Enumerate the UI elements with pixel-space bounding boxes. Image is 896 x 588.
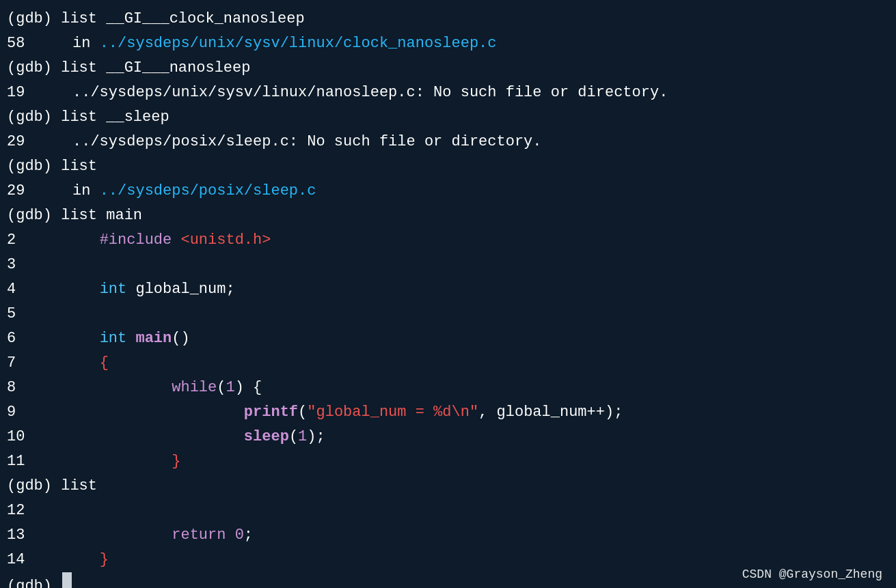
line-text — [27, 277, 100, 302]
terminal-cursor — [62, 572, 72, 588]
line-number: 13 — [7, 523, 27, 548]
number: 1 — [226, 376, 234, 400]
terminal-line-6: 29 ../sysdeps/posix/sleep.c: No such fil… — [0, 130, 896, 154]
line-number: 58 — [7, 31, 27, 56]
include-file: <unistd.h> — [180, 228, 271, 253]
watermark: CSDN @Grayson_Zheng — [742, 568, 882, 581]
line-text: global_num; — [126, 277, 234, 302]
line-text: , global_num++); — [478, 400, 623, 425]
brace-close: } — [172, 449, 180, 474]
line-text: () — [172, 326, 189, 351]
file-link: ../sysdeps/posix/sleep.c — [100, 179, 316, 204]
line-number: 3 — [7, 253, 27, 277]
string-literal: "global_num = %d\n" — [307, 400, 478, 425]
line-text — [226, 523, 234, 548]
line-text: ); — [307, 425, 325, 449]
terminal-line-9: (gdb) list main — [0, 204, 896, 228]
terminal-line-12: 4 int global_num; — [0, 277, 896, 302]
line-number: 11 — [7, 449, 27, 474]
gdb-prompt: (gdb) list — [7, 154, 97, 179]
terminal-line-5: (gdb) list __sleep — [0, 105, 896, 130]
line-number: 2 — [7, 228, 27, 253]
terminal-line-1: (gdb) list __GI___clock_nanosleep — [0, 7, 896, 31]
line-text — [27, 400, 244, 425]
line-text: ; — [244, 523, 253, 548]
line-text — [27, 351, 100, 376]
terminal-line-20: (gdb) list — [0, 474, 896, 499]
line-text: in — [27, 179, 100, 204]
terminal-line-2: 58 in ../sysdeps/unix/sysv/linux/clock_n… — [0, 31, 896, 56]
line-number: 12 — [7, 499, 27, 523]
line-text — [126, 326, 135, 351]
line-number: 9 — [7, 400, 27, 425]
line-text — [172, 228, 180, 253]
gdb-prompt: (gdb) list __GI___nanosleep — [7, 56, 250, 81]
terminal-window: (gdb) list __GI___clock_nanosleep 58 in … — [0, 0, 896, 588]
line-number: 7 — [7, 351, 27, 376]
keyword-int: int — [100, 326, 127, 351]
terminal-line-10: 2 #include <unistd.h> — [0, 228, 896, 253]
terminal-line-13: 5 — [0, 302, 896, 326]
line-number: 14 — [7, 548, 27, 572]
gdb-prompt: (gdb) — [7, 574, 61, 588]
line-number: 10 — [7, 425, 27, 449]
line-text — [27, 376, 172, 400]
line-text: ../sysdeps/unix/sysv/linux/nanosleep.c: … — [27, 81, 668, 105]
line-number: 29 — [7, 130, 27, 154]
keyword: #include — [100, 228, 172, 253]
line-text — [27, 548, 100, 572]
line-text — [27, 326, 100, 351]
function-sleep: sleep — [244, 425, 289, 449]
number: 0 — [235, 523, 244, 548]
gdb-prompt: (gdb) list __sleep — [7, 105, 169, 130]
number: 1 — [298, 425, 307, 449]
line-number: 5 — [7, 302, 27, 326]
line-text — [27, 228, 100, 253]
line-text: ) { — [235, 376, 262, 400]
keyword-while: while — [172, 376, 217, 400]
terminal-line-15: 7 { — [0, 351, 896, 376]
line-number: 29 — [7, 179, 27, 204]
line-text: in — [27, 31, 100, 56]
terminal-line-22: 13 return 0 ; — [0, 523, 896, 548]
terminal-line-17: 9 printf ( "global_num = %d\n" , global_… — [0, 400, 896, 425]
terminal-line-19: 11 } — [0, 449, 896, 474]
terminal-line-8: 29 in ../sysdeps/posix/sleep.c — [0, 179, 896, 204]
gdb-prompt: (gdb) list __GI___clock_nanosleep — [7, 7, 305, 31]
keyword-return: return — [172, 523, 226, 548]
gdb-prompt: (gdb) list — [7, 474, 97, 499]
line-number: 19 — [7, 81, 27, 105]
terminal-line-16: 8 while ( 1 ) { — [0, 376, 896, 400]
line-text — [27, 425, 244, 449]
line-text — [27, 523, 172, 548]
brace: { — [100, 351, 109, 376]
terminal-line-18: 10 sleep ( 1 ); — [0, 425, 896, 449]
brace-close: } — [100, 548, 109, 572]
terminal-line-14: 6 int main () — [0, 326, 896, 351]
line-text: ( — [217, 376, 226, 400]
line-text: ( — [298, 400, 307, 425]
line-text: ../sysdeps/posix/sleep.c: No such file o… — [27, 130, 542, 154]
terminal-line-11: 3 — [0, 253, 896, 277]
keyword-int: int — [100, 277, 127, 302]
line-number: 4 — [7, 277, 27, 302]
terminal-line-3: (gdb) list __GI___nanosleep — [0, 56, 896, 81]
line-number: 8 — [7, 376, 27, 400]
terminal-line-4: 19 ../sysdeps/unix/sysv/linux/nanosleep.… — [0, 81, 896, 105]
file-link: ../sysdeps/unix/sysv/linux/clock_nanosle… — [100, 31, 497, 56]
function-name: main — [135, 326, 172, 351]
line-text: ( — [289, 425, 298, 449]
line-number: 6 — [7, 326, 27, 351]
terminal-line-7: (gdb) list — [0, 154, 896, 179]
terminal-line-21: 12 — [0, 499, 896, 523]
gdb-prompt: (gdb) list main — [7, 204, 142, 228]
function-printf: printf — [244, 400, 298, 425]
line-text — [27, 449, 172, 474]
